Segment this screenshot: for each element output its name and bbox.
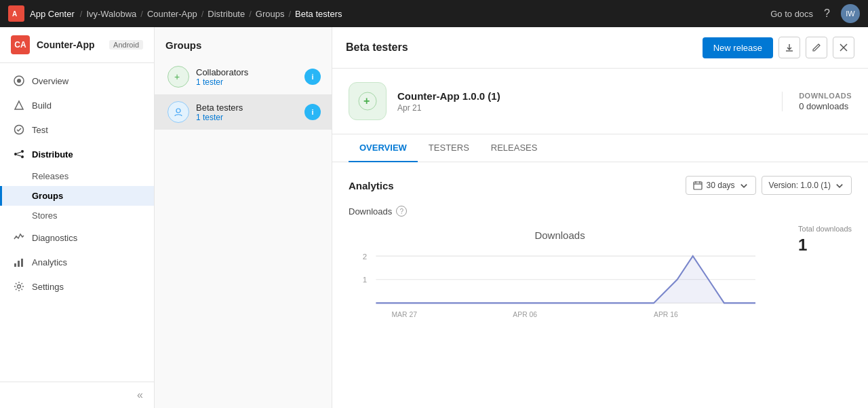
collapse-button[interactable]: « [137,389,143,401]
beta-testers-count: 1 tester [196,113,298,122]
downloads-section: DOWNLOADS 0 downloads [782,92,852,111]
app-icon-large: + [349,82,387,120]
breadcrumb-separator: / [80,9,83,19]
total-downloads-value: 1 [798,236,807,255]
svg-text:+: + [174,71,180,82]
group-item-collaborators[interactable]: + Collaborators 1 tester i [155,59,332,94]
content-title: Beta testers [346,41,408,54]
analytics-section: Analytics 30 days Version: 1.0.0 (1) Dow… [332,162,868,408]
tab-overview[interactable]: OVERVIEW [349,134,418,162]
sidebar-item-build[interactable]: Build [0,93,154,117]
sidebar-item-groups[interactable]: Groups [0,186,154,206]
tab-releases[interactable]: RELEASES [480,134,549,162]
version-filter-label: Version: 1.0.0 (1) [769,181,831,190]
breadcrumb-app[interactable]: Counter-App [147,9,197,19]
downloads-value: 0 downloads [799,101,852,111]
sidebar-item-distribute[interactable]: Distribute [0,142,154,166]
user-avatar[interactable]: IW [841,4,860,23]
groups-panel-title: Groups [155,27,332,59]
sidebar-item-distribute-label: Distribute [32,149,73,160]
go-to-docs-link[interactable]: Go to docs [770,9,813,19]
collaborators-name: Collaborators [196,67,298,77]
svg-text:+: + [363,95,370,107]
beta-testers-info-button[interactable]: i [304,104,321,120]
overview-icon [13,75,25,87]
svg-rect-11 [14,263,16,267]
total-downloads: Total downloads 1 [785,225,852,329]
distribute-subitems: Releases Groups Stores [0,166,154,225]
chart-area: Downloads 2 1 MAR 27 A [349,225,771,329]
help-icon[interactable]: ? [824,7,830,20]
breadcrumb-current: Beta testers [295,9,342,19]
sidebar-item-diagnostics[interactable]: Diagnostics [0,225,154,250]
content-area: Beta testers New release + Counter-App [332,27,868,408]
svg-text:A: A [12,10,17,18]
sidebar-item-overview-label: Overview [32,76,68,86]
days-filter-label: 30 days [707,181,735,190]
topbar-right: Go to docs ? IW [770,4,860,23]
svg-text:2: 2 [363,253,367,261]
beta-testers-avatar [167,101,189,123]
edit-button[interactable] [806,37,827,58]
version-filter-button[interactable]: Version: 1.0.0 (1) [762,176,852,195]
breadcrumb-groups[interactable]: Groups [256,9,285,19]
svg-point-14 [18,285,21,289]
group-item-beta-testers[interactable]: Beta testers 1 tester i [155,94,332,130]
groups-panel: Groups + Collaborators 1 tester i Beta t… [155,27,332,408]
svg-rect-12 [18,261,20,267]
app-meta-date: Apr 21 [397,103,771,113]
chart-container: Downloads 2 1 MAR 27 A [349,225,852,329]
distribute-icon [13,148,25,160]
app-meta: Counter-App 1.0.0 (1) Apr 21 [397,90,771,113]
platform-badge: Android [109,40,143,50]
settings-icon [13,280,25,293]
downloads-label: DOWNLOADS [799,92,852,100]
analytics-title: Analytics [349,180,394,191]
svg-text:APR 06: APR 06 [513,311,537,318]
svg-point-16 [176,109,180,113]
analytics-icon [13,256,25,268]
sidebar-item-releases[interactable]: Releases [0,166,154,186]
appcenter-label: App Center [30,9,75,19]
sidebar-item-settings[interactable]: Settings [0,274,154,299]
beta-testers-name: Beta testers [196,103,298,113]
downloads-chart-header: Downloads ? [349,206,852,217]
sidebar-item-analytics[interactable]: Analytics [0,250,154,274]
test-icon [13,124,25,136]
total-downloads-label: Total downloads [798,225,852,233]
topbar: A App Center / Ivy-Walobwa / Counter-App… [0,0,868,27]
svg-rect-22 [694,182,702,189]
svg-point-7 [21,150,24,153]
analytics-header: Analytics 30 days Version: 1.0.0 (1) [349,176,852,195]
app-center-logo: A [8,5,24,22]
sidebar-item-test-label: Test [32,125,48,135]
downloads-info-icon[interactable]: ? [396,206,407,217]
svg-text:MAR 27: MAR 27 [391,311,417,318]
svg-point-6 [14,153,17,155]
collaborators-avatar: + [167,66,189,88]
sidebar-app-name: Counter-App [37,39,95,50]
sidebar: CA Counter-App Android Overview Build [0,27,155,408]
sidebar-item-test[interactable]: Test [0,117,154,142]
chart-title: Downloads [534,229,585,241]
close-button[interactable] [833,37,854,58]
sidebar-item-build-label: Build [32,100,52,111]
content-header-actions: New release [703,37,854,58]
breadcrumb-distribute[interactable]: Distribute [208,9,245,19]
build-icon [13,99,25,111]
breadcrumb-user[interactable]: Ivy-Walobwa [86,9,136,19]
download-button[interactable] [778,37,800,58]
svg-text:APR 16: APR 16 [654,311,678,318]
svg-point-8 [21,155,24,158]
sidebar-footer: « [0,382,154,408]
sidebar-item-stores[interactable]: Stores [0,206,154,225]
app-icon: CA [11,35,30,54]
tab-testers[interactable]: TESTERS [418,134,480,162]
sidebar-item-overview[interactable]: Overview [0,69,154,93]
days-filter-button[interactable]: 30 days [686,176,756,195]
sidebar-item-diagnostics-label: Diagnostics [32,233,77,243]
svg-point-3 [17,79,21,83]
collaborators-info-button[interactable]: i [304,69,321,85]
app-meta-name: Counter-App 1.0.0 (1) [397,90,771,102]
new-release-button[interactable]: New release [703,37,773,58]
